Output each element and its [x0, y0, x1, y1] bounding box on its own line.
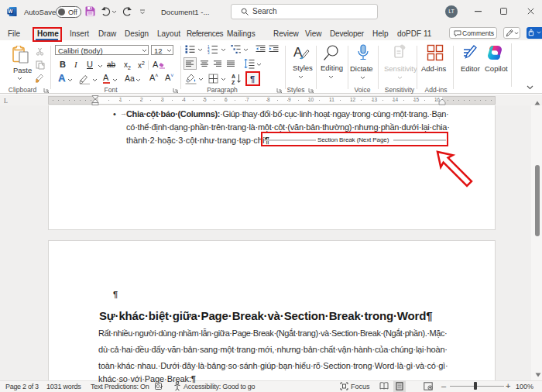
svg-text:Z: Z [232, 80, 235, 85]
svg-text:A: A [232, 74, 235, 79]
svg-text:3: 3 [208, 51, 210, 54]
svg-text:W: W [8, 9, 13, 14]
